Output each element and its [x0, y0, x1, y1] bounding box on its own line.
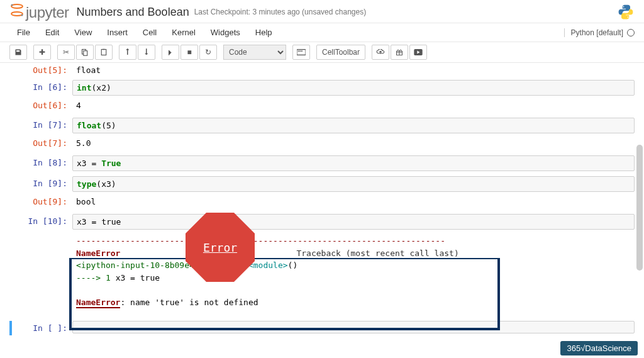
cut-button[interactable]: ✂ — [57, 45, 75, 60]
gift-button[interactable] — [391, 45, 408, 60]
datascience-badge: 365√DataScience — [560, 341, 638, 355]
out-prompt: Out[9]: — [9, 194, 72, 209]
menu-view[interactable]: View — [67, 24, 99, 41]
checkpoint-status: Last Checkpoint: 3 minutes ago (unsaved … — [194, 8, 367, 16]
output-text: float — [72, 63, 635, 77]
in-prompt: In [8]: — [9, 155, 72, 171]
jupyter-logo[interactable]: jupyter — [9, 3, 69, 21]
run-button[interactable]: ⏵ — [162, 45, 179, 60]
cloud-upload-button[interactable] — [372, 45, 389, 60]
svg-point-2 — [11, 4, 13, 6]
celltype-select[interactable]: Code — [223, 45, 286, 60]
restart-button[interactable]: ↻ — [199, 45, 217, 60]
kernel-name: Python [default] — [571, 28, 623, 37]
notebook-title[interactable]: Numbers and Boolean — [77, 6, 189, 19]
move-down-button[interactable]: 🠗 — [138, 45, 155, 60]
paste-button[interactable] — [95, 45, 113, 60]
in-prompt: In [6]: — [9, 80, 72, 96]
svg-point-5 — [628, 16, 629, 18]
in-prompt: In [ ]: — [9, 321, 72, 335]
svg-rect-13 — [301, 50, 303, 52]
output-text: bool — [72, 194, 635, 209]
menu-file[interactable]: File — [9, 24, 38, 41]
code-cell[interactable]: x3 = true — [72, 214, 635, 230]
svg-rect-12 — [299, 50, 301, 52]
menu-insert[interactable]: Insert — [99, 24, 135, 41]
in-prompt: In [10]: — [9, 214, 72, 230]
svg-point-1 — [11, 12, 23, 16]
menu-cell[interactable]: Cell — [135, 24, 164, 41]
add-cell-button[interactable]: ✚ — [33, 45, 51, 60]
celltoolbar-button[interactable]: CellToolbar — [316, 45, 365, 60]
copy-button[interactable] — [76, 45, 94, 60]
annotation-box-top — [69, 258, 500, 259]
logo-text: jupyter — [26, 4, 69, 21]
out-prompt: Out[5]: — [9, 63, 72, 77]
svg-point-4 — [623, 6, 625, 8]
out-prompt: Out[7]: — [9, 136, 72, 150]
svg-rect-9 — [103, 49, 105, 50]
python-icon — [617, 3, 635, 21]
svg-point-3 — [21, 14, 23, 16]
svg-rect-10 — [297, 50, 306, 55]
save-button[interactable] — [9, 45, 27, 60]
command-palette-button[interactable] — [292, 45, 310, 60]
output-text: 5.0 — [72, 136, 635, 150]
svg-rect-7 — [84, 51, 87, 56]
output-text: 4 — [72, 98, 635, 113]
notebook-area[interactable]: Out[5]: float In [6]: int(x2) Out[6]: 4 … — [0, 63, 644, 339]
code-cell[interactable]: type(x3) — [72, 176, 635, 192]
in-prompt: In [9]: — [9, 176, 72, 192]
move-up-button[interactable]: 🠕 — [119, 45, 136, 60]
menu-widgets[interactable]: Widgets — [203, 24, 248, 41]
out-prompt: Out[6]: — [9, 98, 72, 113]
stop-button[interactable]: ■ — [180, 45, 198, 60]
annotation-box — [69, 258, 500, 330]
scrollbar[interactable] — [636, 145, 643, 271]
code-cell[interactable]: float(5) — [72, 118, 635, 133]
in-prompt: In [7]: — [9, 118, 72, 133]
error-badge: Error — [186, 213, 255, 282]
menu-kernel[interactable]: Kernel — [164, 24, 203, 41]
svg-point-0 — [11, 4, 23, 8]
svg-rect-11 — [298, 50, 299, 52]
jupyter-icon — [9, 3, 25, 18]
svg-rect-8 — [101, 50, 106, 55]
kernel-status-icon — [627, 29, 635, 36]
code-cell[interactable]: int(x2) — [72, 80, 635, 96]
video-button[interactable] — [409, 45, 427, 60]
code-cell[interactable]: x3 = True — [72, 155, 635, 171]
menu-help[interactable]: Help — [248, 24, 280, 41]
menu-edit[interactable]: Edit — [38, 24, 67, 41]
